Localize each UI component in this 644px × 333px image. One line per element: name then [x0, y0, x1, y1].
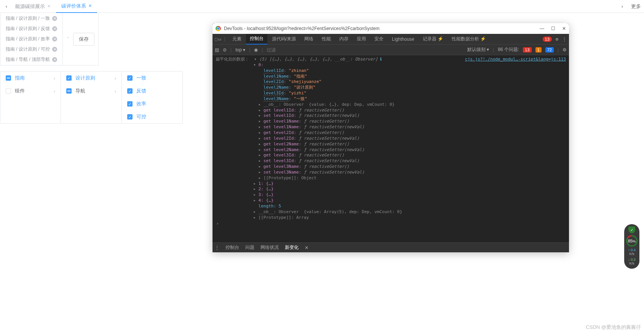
devtools-titlebar[interactable]: DevTools - localhost:9528/login?redirect…: [213, 23, 569, 34]
selected-tags: 指南 / 设计原则 / 一致✕ 指南 / 设计原则 / 反馈✕ 指南 / 设计原…: [0, 13, 63, 65]
cascader-item-kekong[interactable]: 可控: [122, 110, 182, 123]
cascader-item-component[interactable]: 组件›: [0, 84, 61, 97]
more-button[interactable]: 更多: [631, 3, 641, 10]
drawer-tabs: ⋮ 控制台 问题 网络状况 新变化 ✕: [213, 242, 569, 252]
tab-memory[interactable]: 内存: [336, 34, 352, 45]
window-title: DevTools - localhost:9528/login?redirect…: [224, 26, 380, 31]
sidebar-icon[interactable]: ▤: [215, 47, 219, 53]
devtools-menubar: ⬚ ▭ | 元素 控制台 源代码/来源 网络 性能 内存 应用 安全 Light…: [213, 34, 569, 45]
tab-performance[interactable]: 性能: [318, 34, 335, 45]
error-badge[interactable]: 13: [523, 47, 531, 53]
tag-remove-icon[interactable]: ✕: [52, 26, 57, 31]
tag-item: 指南 / 设计原则 / 可控✕: [3, 45, 59, 53]
tag-item: 指南 / 设计原则 / 反馈✕: [3, 25, 59, 33]
clear-icon[interactable]: ⊘: [223, 47, 227, 53]
device-icon[interactable]: ▭: [218, 37, 221, 42]
drawer-tab-network[interactable]: 网络状况: [260, 244, 279, 251]
tag-remove-icon[interactable]: ✕: [52, 47, 57, 52]
minimize-icon[interactable]: —: [540, 26, 544, 31]
eye-icon[interactable]: ◉: [254, 47, 258, 53]
checkbox-icon[interactable]: [66, 75, 72, 81]
close-icon[interactable]: ✕: [88, 3, 92, 8]
error-count-badge[interactable]: 13: [543, 37, 552, 42]
tabs-next[interactable]: ›: [619, 0, 626, 13]
perf-widget[interactable]: ✓ 85% ↑ 0.4K/s ↓ 0.2K/s: [624, 224, 639, 269]
tab-label: 能源碳排展示: [15, 3, 45, 10]
tab-elements[interactable]: 元素: [229, 34, 245, 45]
perf-ring: 85%: [626, 235, 638, 247]
drawer-tab-console[interactable]: 控制台: [225, 244, 239, 251]
filter-input[interactable]: [267, 47, 404, 53]
tab-lighthouse[interactable]: Lighthouse: [388, 34, 418, 45]
tag-remove-icon[interactable]: ✕: [52, 16, 57, 21]
inspect-icon[interactable]: ⬚: [215, 37, 217, 42]
console-prompt[interactable]: ›: [216, 220, 566, 227]
close-icon[interactable]: ✕: [47, 4, 51, 9]
tab-security[interactable]: 安全: [371, 34, 387, 45]
chevron-right-icon: ›: [54, 75, 55, 81]
checkbox-icon[interactable]: [66, 88, 72, 94]
source-link[interactable]: cjs.js?!./node_modul…-script&lang=js:113: [465, 57, 566, 62]
tag-item: 指南 / 导航 / 顶部导航✕: [3, 56, 59, 64]
console-output[interactable]: 扁平化后的数据： ▾ (5) [{…}, {…}, {…}, {…}, {…},…: [213, 55, 569, 242]
console-toolbar: ▤ ⊘ | top ▾ | ◉ | 默认级别 ▾ | 86 个问题: 13 1 …: [213, 45, 569, 55]
tab-carbon[interactable]: 碳评价体系 ✕: [56, 0, 97, 13]
checkbox-icon[interactable]: [6, 88, 11, 94]
chrome-icon: [216, 26, 221, 31]
shield-icon: ✓: [628, 226, 635, 233]
checkbox-icon[interactable]: [127, 75, 133, 81]
tag-remove-icon[interactable]: ✕: [52, 37, 57, 41]
more-icon[interactable]: ⋮: [562, 37, 567, 42]
context-selector[interactable]: top ▾: [235, 47, 245, 53]
cascader-item-xiaolv[interactable]: 效率: [122, 97, 182, 110]
tag-remove-icon[interactable]: ✕: [52, 57, 57, 62]
checkbox-icon[interactable]: [127, 114, 133, 119]
cascader-item-yizhi[interactable]: 一致: [122, 72, 182, 84]
info-badge[interactable]: 72: [545, 47, 554, 53]
cascader-item-design[interactable]: 设计原则›: [61, 72, 121, 84]
tab-energy[interactable]: 能源碳排展示 ✕: [10, 0, 56, 13]
devtools-window: DevTools - localhost:9528/login?redirect…: [213, 23, 569, 252]
cascader-item-fankui[interactable]: 反馈: [122, 84, 182, 97]
tab-application[interactable]: 应用: [353, 34, 370, 45]
tab-label: 碳评价体系: [61, 3, 86, 10]
checkbox-icon[interactable]: [6, 75, 11, 81]
tab-console[interactable]: 控制台: [246, 34, 267, 45]
cascader-item-nav[interactable]: 导航›: [61, 84, 121, 97]
issues-label: 86 个问题:: [498, 46, 519, 53]
tab-sources[interactable]: 源代码/来源: [268, 34, 300, 45]
tab-recorder[interactable]: 记录器 ⚡: [419, 34, 447, 45]
tag-item: 指南 / 设计原则 / 效率✕: [3, 35, 59, 43]
watermark: CSDN @爱池鱼的酱酱仔: [586, 324, 641, 331]
settings-icon[interactable]: ⚙: [563, 47, 567, 53]
save-button[interactable]: 保存: [73, 33, 94, 46]
tab-network[interactable]: 网络: [300, 34, 317, 45]
chevron-right-icon: ›: [115, 88, 116, 94]
collapse-icon[interactable]: ˄: [67, 36, 69, 42]
chevron-right-icon: ›: [115, 75, 116, 81]
settings-icon[interactable]: ⚙: [556, 37, 558, 42]
cascader-item-guide[interactable]: 指南›: [0, 72, 61, 84]
page-tabs: ‹ 能源碳排展示 ✕ 碳评价体系 ✕ › 更多: [0, 0, 644, 13]
drawer-tab-changes[interactable]: 新变化: [285, 244, 299, 251]
level-selector[interactable]: 默认级别 ▾: [467, 46, 489, 53]
checkbox-icon[interactable]: [127, 101, 133, 107]
chevron-right-icon: ›: [54, 88, 55, 94]
tab-perfinsights[interactable]: 性能数据分析 ⚡: [448, 34, 490, 45]
close-icon[interactable]: ✕: [562, 26, 566, 31]
tag-item: 指南 / 设计原则 / 一致✕: [3, 14, 59, 22]
tabs-prev[interactable]: ‹: [3, 0, 10, 13]
more-icon[interactable]: ⋮: [215, 245, 219, 250]
maximize-icon[interactable]: ☐: [551, 26, 555, 31]
warn-badge[interactable]: 1: [535, 47, 542, 53]
checkbox-icon[interactable]: [127, 88, 133, 94]
close-icon[interactable]: ✕: [305, 245, 308, 250]
drawer-tab-issues[interactable]: 问题: [245, 244, 254, 251]
